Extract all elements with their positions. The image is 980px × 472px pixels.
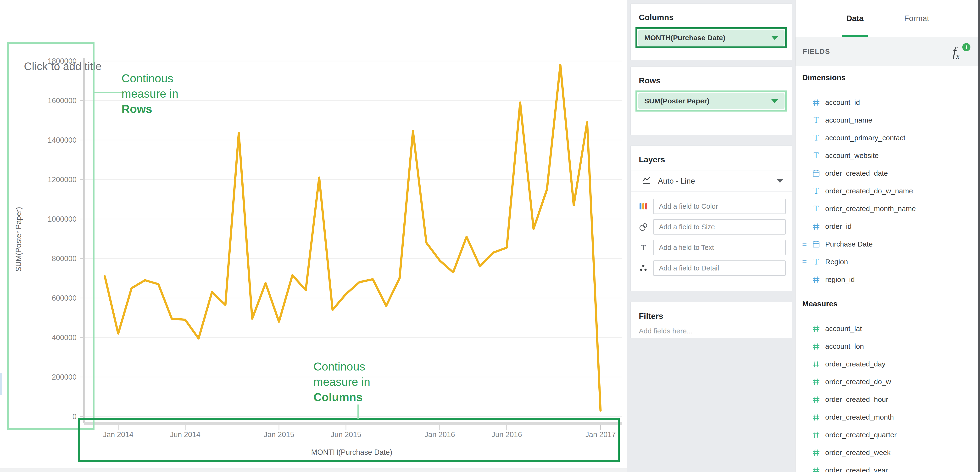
layer-slot-row: TAdd a field to Text (638, 240, 786, 255)
field-item[interactable]: region_id (802, 271, 980, 289)
filters-drop-zone[interactable]: Add fields here... (631, 321, 792, 335)
svg-text:T: T (813, 134, 818, 142)
fields-list: Dimensionsaccount_idTaccount_nameTaccoun… (795, 73, 980, 472)
calendar-icon (812, 240, 825, 249)
field-item[interactable]: Taccount_website (802, 147, 980, 164)
window-right-edge (978, 0, 980, 472)
rows-pill-label: SUM(Poster Paper) (644, 97, 710, 105)
columns-annotation-connector (358, 405, 359, 419)
tab-data[interactable]: Data (846, 0, 864, 37)
field-item[interactable]: order_created_year (802, 461, 980, 472)
columns-shelf: Columns MONTH(Purchase Date) (630, 3, 792, 60)
number-icon (812, 98, 825, 107)
field-item[interactable]: order_created_date (802, 164, 980, 182)
field-item[interactable]: order_id (802, 218, 980, 235)
columns-annotation-line3: Columns (313, 390, 370, 405)
calendar-icon (812, 169, 825, 178)
field-label: account_website (825, 151, 878, 159)
text-icon: T (812, 116, 825, 124)
field-drop-zone[interactable]: Add a field to Detail (653, 260, 786, 276)
number-icon (812, 431, 825, 439)
columns-pill[interactable]: MONTH(Purchase Date) (638, 30, 784, 46)
field-label: order_created_day (825, 360, 886, 368)
field-item[interactable]: order_created_week (802, 444, 980, 461)
plus-badge-icon: + (962, 43, 970, 51)
columns-annotation-line1: Continous (313, 359, 370, 374)
field-label: order_created_date (825, 169, 888, 177)
size-circles-icon (638, 222, 649, 231)
text-icon: T (812, 151, 825, 160)
svg-text:T: T (813, 258, 818, 266)
chevron-down-icon[interactable] (771, 99, 778, 103)
field-label: account_lat (825, 325, 862, 333)
field-label: order_created_quarter (825, 431, 897, 439)
line-mark-icon (641, 176, 652, 186)
field-item[interactable]: order_created_do_w (802, 373, 980, 391)
drop-zone-placeholder: Add a field to Text (659, 244, 714, 252)
mark-type-dropdown[interactable]: Auto - Line (631, 170, 792, 192)
field-item[interactable]: account_lat (802, 320, 980, 338)
field-item[interactable]: Torder_created_do_w_name (802, 182, 980, 200)
detail-dots-icon (638, 263, 649, 273)
add-calculated-field-button[interactable]: fx + (953, 43, 970, 60)
rows-shelf: Rows SUM(Poster Paper) (630, 67, 792, 135)
rows-annotation-line1: Continous (121, 71, 178, 86)
field-item[interactable]: Taccount_primary_contact (802, 129, 980, 147)
columns-shelf-label: Columns (631, 3, 792, 22)
field-item[interactable]: order_created_month (802, 408, 980, 426)
field-label: order_created_do_w_name (825, 187, 913, 195)
fields-header-label: FIELDS (803, 48, 830, 56)
field-item[interactable]: order_created_day (802, 355, 980, 373)
color-bars-icon (638, 202, 649, 211)
worksheet-canvas: Click to add title 020000040000060000080… (0, 0, 627, 472)
fields-header-bar: FIELDS fx + (795, 37, 980, 66)
number-icon (812, 222, 825, 231)
chevron-down-icon[interactable] (771, 36, 778, 40)
fields-section-header-measures: Measures (802, 300, 980, 308)
filters-card: Filters Add fields here... (630, 302, 792, 338)
chevron-down-icon (776, 179, 783, 183)
svg-text:T: T (641, 243, 646, 252)
field-item[interactable]: =Purchase Date (802, 235, 980, 253)
field-item[interactable]: Torder_created_month_name (802, 200, 980, 218)
field-item[interactable]: account_lon (802, 338, 980, 355)
field-item[interactable]: order_created_hour (802, 391, 980, 408)
number-icon (812, 413, 825, 421)
tab-format[interactable]: Format (904, 0, 929, 37)
field-label: order_id (825, 222, 851, 231)
columns-pill-label: MONTH(Purchase Date) (644, 34, 725, 42)
text-icon: T (812, 204, 825, 213)
field-item[interactable]: Taccount_name (802, 111, 980, 129)
field-label: order_created_month (825, 413, 894, 421)
layer-slots: Add a field to ColorAdd a field to SizeT… (631, 192, 792, 276)
mark-type-label: Auto - Line (658, 177, 695, 185)
drop-zone-placeholder: Add a field to Size (659, 223, 715, 231)
number-icon (812, 378, 825, 386)
analytics-app: Click to add title 020000040000060000080… (0, 0, 980, 472)
fx-icon: fx (953, 46, 959, 60)
field-drop-zone[interactable]: Add a field to Color (653, 199, 786, 214)
number-icon (812, 342, 825, 351)
filters-label: Filters (631, 302, 792, 321)
field-label: account_primary_contact (825, 134, 905, 142)
svg-text:T: T (813, 116, 818, 124)
rows-annotation-line3: Rows (121, 102, 178, 117)
field-item[interactable]: =TRegion (802, 253, 980, 271)
fields-panel: Data Format FIELDS fx + Dimensionsaccoun… (795, 0, 980, 472)
field-item[interactable]: account_id (802, 94, 980, 111)
layer-slot-row: Add a field to Detail (638, 260, 786, 276)
field-item[interactable]: order_created_quarter (802, 426, 980, 444)
number-icon (812, 466, 825, 472)
field-drop-zone[interactable]: Add a field to Size (653, 219, 786, 234)
shelf-panel: Columns MONTH(Purchase Date) Rows SUM(Po… (627, 0, 795, 472)
fields-section-divider (802, 292, 973, 292)
columns-pill-highlight-box: MONTH(Purchase Date) (635, 27, 787, 48)
number-icon (812, 395, 825, 404)
number-icon (812, 448, 825, 457)
rows-pill[interactable]: SUM(Poster Paper) (638, 93, 784, 109)
layer-slot-row: Add a field to Size (638, 219, 786, 234)
drop-zone-placeholder: Add a field to Detail (659, 264, 719, 272)
text-icon: T (812, 187, 825, 195)
rows-annotation-connector (94, 92, 122, 93)
field-drop-zone[interactable]: Add a field to Text (653, 240, 786, 255)
